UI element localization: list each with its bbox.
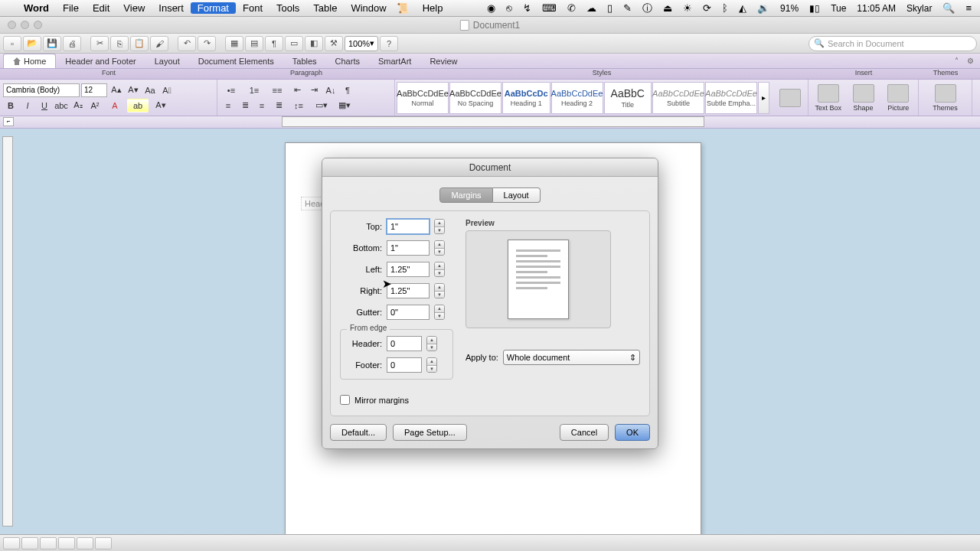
tab-smartart[interactable]: SmartArt — [369, 54, 420, 68]
underline-button[interactable]: U — [37, 99, 52, 112]
gutter-input[interactable] — [387, 305, 430, 320]
menu-font[interactable]: Font — [236, 2, 270, 14]
print-button[interactable]: 🖨 — [63, 36, 81, 51]
wifi-icon[interactable]: ◭ — [737, 2, 749, 14]
status-icon[interactable]: ⟳ — [701, 2, 714, 14]
apply-to-select[interactable]: Whole document⇕ — [503, 350, 640, 365]
tab-review[interactable]: Review — [420, 54, 466, 68]
multilevel-button[interactable]: ≡≡ — [266, 83, 288, 97]
copy-button[interactable]: ⎘ — [110, 36, 129, 51]
status-icon[interactable]: ↯ — [521, 2, 534, 14]
menu-window[interactable]: Window — [344, 2, 393, 14]
shrink-font-button[interactable]: A▾ — [126, 83, 141, 97]
bottom-input[interactable] — [387, 240, 430, 256]
battery-icon[interactable]: ▮▯ — [807, 3, 822, 14]
align-right-button[interactable]: ≡ — [254, 99, 270, 112]
ribbon-collapse-icon[interactable]: ˄ — [951, 55, 962, 66]
align-left-button[interactable]: ≡ — [220, 99, 236, 112]
new-doc-button[interactable]: ▫ — [3, 36, 21, 51]
subscript-button[interactable]: A₂ — [70, 99, 86, 112]
tab-home[interactable]: A HomeHome — [3, 54, 56, 68]
menu-view[interactable]: View — [116, 2, 152, 14]
status-icon[interactable]: ⏏ — [661, 2, 675, 14]
header-stepper[interactable]: ▲▼ — [426, 336, 437, 351]
textbox-button[interactable]: Text Box — [812, 82, 845, 113]
traffic-lights[interactable] — [0, 21, 42, 29]
strike-button[interactable]: abc — [54, 99, 69, 112]
tab-header-footer[interactable]: Header and Footer — [56, 54, 145, 68]
highlight-button[interactable]: ab — [127, 99, 149, 112]
shading-button[interactable]: ▭▾ — [311, 99, 332, 112]
change-case-button[interactable]: Aa — [142, 83, 158, 97]
paste-button[interactable]: 📋 — [130, 36, 149, 51]
ok-button[interactable]: OK — [615, 424, 650, 441]
help-button[interactable]: ? — [380, 36, 398, 51]
clear-format-button[interactable]: A⃠ — [159, 83, 175, 97]
view-publishing-button[interactable] — [40, 537, 57, 549]
default-button[interactable]: Default... — [330, 424, 387, 441]
bullets-button[interactable]: •≡ — [220, 83, 242, 97]
tab-charts[interactable]: Charts — [326, 54, 369, 68]
sort-button[interactable]: A↓ — [323, 83, 338, 97]
picture-button[interactable]: Picture — [881, 82, 915, 113]
left-stepper[interactable]: ▲▼ — [434, 262, 445, 277]
right-stepper[interactable]: ▲▼ — [434, 283, 445, 298]
status-icon[interactable]: ✆ — [565, 2, 578, 14]
horizontal-ruler[interactable] — [282, 116, 704, 127]
style-no-spacing[interactable]: AaBbCcDdEeNo Spacing — [449, 82, 501, 114]
cut-button[interactable]: ✂ — [90, 36, 109, 51]
spotlight-icon[interactable]: 🔍 — [940, 2, 957, 14]
font-color-button[interactable]: A — [104, 99, 126, 112]
status-icon[interactable]: ⓘ — [640, 2, 655, 15]
status-icon[interactable]: ✎ — [621, 2, 634, 14]
gallery-button[interactable]: ▭ — [285, 36, 303, 51]
style-subtle-emphasis[interactable]: AaBbCcDdEeSubtle Empha... — [705, 82, 757, 114]
menu-format[interactable]: Format — [191, 2, 236, 14]
show-marks-button[interactable]: ¶ — [340, 83, 355, 97]
menu-app[interactable]: Word — [17, 2, 56, 14]
text-effects-button[interactable]: A▾ — [150, 99, 172, 112]
outdent-button[interactable]: ⇤ — [289, 83, 305, 97]
clock-day[interactable]: Tue — [828, 3, 848, 14]
clock-time[interactable]: 11:05 AM — [854, 3, 898, 14]
zoom-select[interactable]: 100% ▾ — [345, 36, 378, 51]
script-menu-icon[interactable]: 📜 — [394, 2, 416, 14]
italic-button[interactable]: I — [20, 99, 35, 112]
shape-button[interactable]: Shape — [847, 82, 880, 113]
indent-button[interactable]: ⇥ — [306, 83, 322, 97]
vertical-ruler[interactable] — [2, 136, 13, 527]
line-spacing-button[interactable]: ↕≡ — [288, 99, 309, 112]
menu-edit[interactable]: Edit — [86, 2, 116, 14]
menu-tools[interactable]: Tools — [270, 2, 306, 14]
styles-more-button[interactable]: ▸ — [758, 82, 769, 114]
status-icon[interactable]: ▯ — [605, 2, 615, 14]
view-focus-button[interactable] — [95, 537, 112, 549]
view-draft-button[interactable] — [3, 537, 20, 549]
grow-font-button[interactable]: A▴ — [109, 83, 124, 97]
style-title[interactable]: AaBbCTitle — [604, 82, 652, 114]
ribbon-settings-icon[interactable]: ⚙ — [965, 55, 975, 66]
themes-button[interactable]: Themes — [928, 82, 963, 113]
right-input[interactable] — [387, 283, 430, 298]
save-button[interactable]: 💾 — [43, 36, 61, 51]
toolbox-button[interactable]: ⚒ — [325, 36, 343, 51]
footer-input[interactable] — [387, 357, 422, 373]
tab-margins[interactable]: Margins — [439, 187, 492, 203]
bluetooth-icon[interactable]: ᛒ — [720, 2, 730, 14]
style-subtitle[interactable]: AaBbCcDdEeSubtitle — [652, 82, 704, 114]
tab-layout[interactable]: Layout — [145, 54, 189, 68]
status-icon[interactable]: ◉ — [485, 2, 498, 14]
status-icon[interactable]: ⎋ — [504, 2, 514, 14]
menu-table[interactable]: Table — [306, 2, 344, 14]
open-button[interactable]: 📂 — [23, 36, 41, 51]
redo-button[interactable]: ↷ — [198, 36, 216, 51]
left-input[interactable] — [387, 262, 430, 277]
page-setup-button[interactable]: Page Setup... — [393, 424, 467, 441]
columns-button[interactable]: ▤ — [245, 36, 263, 51]
volume-icon[interactable]: 🔉 — [755, 2, 772, 14]
borders-button[interactable]: ▦▾ — [334, 99, 355, 112]
cancel-button[interactable]: Cancel — [560, 424, 609, 441]
notification-center-icon[interactable]: ≡ — [963, 2, 974, 14]
menu-file[interactable]: File — [56, 2, 86, 14]
menu-insert[interactable]: Insert — [152, 2, 191, 14]
